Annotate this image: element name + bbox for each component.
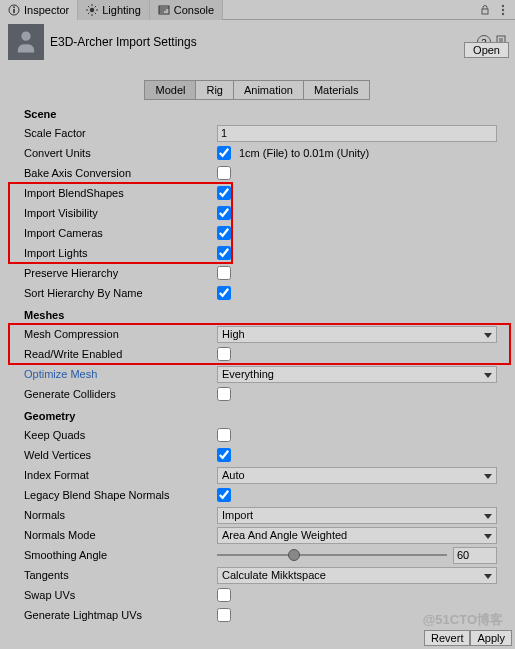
slider-thumb[interactable] [288,549,300,561]
asset-header: E3D-Archer Import Settings ? [0,20,515,64]
label-legacy-bs-normals: Legacy Blend Shape Normals [24,489,217,501]
import-visibility-checkbox[interactable] [217,206,231,220]
label-weld-vertices: Weld Vertices [24,449,217,461]
label-mesh-compression: Mesh Compression [24,328,217,340]
info-icon [8,4,20,16]
tab-model[interactable]: Model [144,80,196,100]
generate-lightmap-uvs-checkbox[interactable] [217,608,231,622]
label-import-cameras: Import Cameras [24,227,217,239]
asset-thumbnail [8,24,44,60]
label-index-format: Index Format [24,469,217,481]
sort-hierarchy-checkbox[interactable] [217,286,231,300]
tab-inspector[interactable]: Inspector [0,0,78,20]
asset-title: E3D-Archer Import Settings [50,35,471,49]
svg-point-17 [502,4,504,6]
svg-rect-16 [482,9,488,14]
label-generate-colliders: Generate Colliders [24,388,217,400]
revert-button[interactable]: Revert [424,630,470,646]
sun-icon [86,4,98,16]
tab-rig[interactable]: Rig [195,80,234,100]
label-optimize-mesh: Optimize Mesh [24,368,217,380]
open-button[interactable]: Open [464,42,509,58]
label-scale-factor: Scale Factor [24,127,217,139]
convert-units-checkbox[interactable] [217,146,231,160]
label-convert-units: Convert Units [24,147,217,159]
section-meshes: Meshes [24,309,497,321]
svg-rect-1 [13,9,15,13]
label-generate-lightmap-uvs: Generate Lightmap UVs [24,609,217,621]
tangents-dropdown[interactable]: Calculate Mikktspace [217,567,497,584]
svg-point-3 [90,7,94,11]
tab-label: Inspector [24,4,69,16]
tab-lighting[interactable]: Lighting [78,0,150,20]
svg-line-9 [95,12,96,13]
normals-dropdown[interactable]: Import [217,507,497,524]
scale-factor-input[interactable] [217,125,497,142]
label-tangents: Tangents [24,569,217,581]
svg-point-19 [502,12,504,14]
tab-label: Lighting [102,4,141,16]
generate-colliders-checkbox[interactable] [217,387,231,401]
tab-materials[interactable]: Materials [303,80,370,100]
svg-line-11 [95,6,96,7]
label-sort-hierarchy: Sort Hierarchy By Name [24,287,217,299]
label-swap-uvs: Swap UVs [24,589,217,601]
legacy-bs-normals-checkbox[interactable] [217,488,231,502]
keep-quads-checkbox[interactable] [217,428,231,442]
window-tabs: Inspector Lighting Console [0,0,515,20]
lock-icon[interactable] [479,4,491,16]
import-blendshapes-checkbox[interactable] [217,186,231,200]
label-normals: Normals [24,509,217,521]
smoothing-angle-value[interactable]: 60 [453,547,497,564]
mesh-compression-dropdown[interactable]: High [217,326,497,343]
tab-console[interactable]: Console [150,0,223,20]
apply-button[interactable]: Apply [470,630,512,646]
read-write-checkbox[interactable] [217,347,231,361]
tab-label: Console [174,4,214,16]
footer-buttons: Revert Apply [421,627,515,649]
section-scene: Scene [24,108,497,120]
label-smoothing-angle: Smoothing Angle [24,549,217,561]
smoothing-angle-slider[interactable] [217,554,447,556]
convert-units-hint: 1cm (File) to 0.01m (Unity) [239,147,369,159]
label-import-blendshapes: Import BlendShapes [24,187,217,199]
importer-tabs: Model Rig Animation Materials [0,80,515,100]
label-preserve-hierarchy: Preserve Hierarchy [24,267,217,279]
svg-point-18 [502,8,504,10]
label-normals-mode: Normals Mode [24,529,217,541]
weld-vertices-checkbox[interactable] [217,448,231,462]
svg-rect-2 [13,6,15,8]
svg-line-10 [88,12,89,13]
section-geometry: Geometry [24,410,497,422]
index-format-dropdown[interactable]: Auto [217,467,497,484]
label-bake-axis: Bake Axis Conversion [24,167,217,179]
swap-uvs-checkbox[interactable] [217,588,231,602]
label-keep-quads: Keep Quads [24,429,217,441]
label-read-write: Read/Write Enabled [24,348,217,360]
preserve-hierarchy-checkbox[interactable] [217,266,231,280]
kebab-menu-icon[interactable] [497,4,509,16]
tab-animation[interactable]: Animation [233,80,304,100]
console-icon [158,4,170,16]
import-cameras-checkbox[interactable] [217,226,231,240]
optimize-mesh-dropdown[interactable]: Everything [217,366,497,383]
svg-line-8 [88,6,89,7]
bake-axis-checkbox[interactable] [217,166,231,180]
import-lights-checkbox[interactable] [217,246,231,260]
label-import-visibility: Import Visibility [24,207,217,219]
normals-mode-dropdown[interactable]: Area And Angle Weighted [217,527,497,544]
label-import-lights: Import Lights [24,247,217,259]
